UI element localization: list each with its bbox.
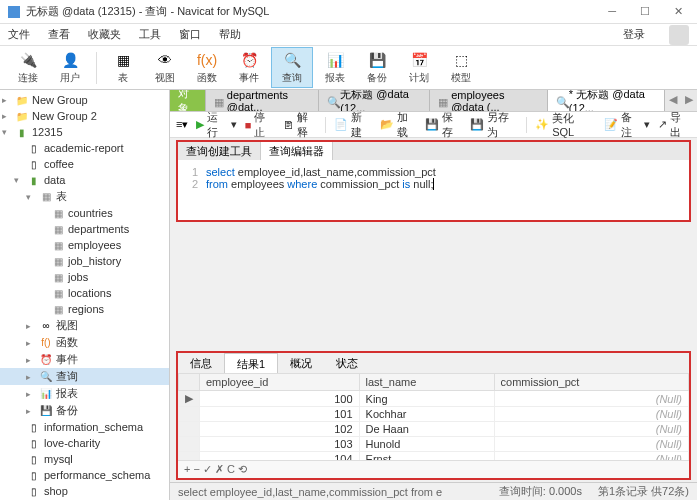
menu-tools[interactable]: 工具 — [139, 27, 161, 42]
tree-newgroup[interactable]: ▸📁New Group — [0, 92, 169, 108]
toolbar-report[interactable]: 📊报表 — [315, 48, 355, 87]
tab-departments[interactable]: ▦departments @dat... — [206, 90, 320, 111]
status-sql: select employee_id,last_name,commission_… — [178, 486, 442, 498]
menu-window[interactable]: 窗口 — [179, 27, 201, 42]
tree-views[interactable]: ▸∞视图 — [0, 317, 169, 334]
menu-view[interactable]: 查看 — [48, 27, 70, 42]
tree-table-jobhistory[interactable]: ▦job_history — [0, 253, 169, 269]
avatar-icon[interactable] — [669, 25, 689, 45]
result-grid[interactable]: employee_id last_name commission_pct ▶10… — [178, 373, 689, 460]
toolbar-user[interactable]: 👤用户 — [50, 48, 90, 87]
dropdown-icon[interactable]: ≡▾ — [176, 118, 188, 131]
tab-nav-right[interactable]: ▶ — [681, 90, 697, 111]
row-header — [179, 374, 200, 391]
toolbar-schedule[interactable]: 📅计划 — [399, 48, 439, 87]
tab-info[interactable]: 信息 — [178, 353, 224, 373]
separator — [526, 117, 527, 133]
menubar: 文件 查看 收藏夹 工具 窗口 帮助 登录 — [0, 24, 697, 46]
query-toolbar: ≡▾ ▶运行▾ ■停止 🖹解释 📄新建 📂加载 💾保存 💾另存为 ✨美化 SQL… — [170, 112, 697, 138]
table-row[interactable]: ▶100King(Null) — [179, 391, 689, 407]
export-button[interactable]: ↗导出 — [658, 110, 691, 140]
tree-db-coffee[interactable]: ▯coffee — [0, 156, 169, 172]
toolbar-query[interactable]: 🔍查询 — [271, 47, 313, 88]
maximize-button[interactable]: ☐ — [634, 3, 656, 20]
new-button[interactable]: 📄新建 — [334, 110, 371, 140]
tree-table-jobs[interactable]: ▦jobs — [0, 269, 169, 285]
explain-button[interactable]: 🖹解释 — [283, 110, 317, 140]
tab-result1[interactable]: 结果1 — [224, 353, 278, 373]
close-button[interactable]: ✕ — [668, 3, 689, 20]
tree-table-locations[interactable]: ▦locations — [0, 285, 169, 301]
toolbar-event[interactable]: ⏰事件 — [229, 48, 269, 87]
menu-file[interactable]: 文件 — [8, 27, 30, 42]
window-title: 无标题 @data (12315) - 查询 - Navicat for MyS… — [26, 4, 602, 19]
tab-query-builder[interactable]: 查询创建工具 — [178, 142, 261, 160]
navigation-tree[interactable]: ▸📁New Group ▸📁New Group 2 ▾▮12315 ▯acade… — [0, 90, 170, 500]
col-commission-pct[interactable]: commission_pct — [494, 374, 688, 391]
tab-objects[interactable]: 对象 — [170, 90, 206, 111]
run-button[interactable]: ▶运行▾ — [196, 110, 236, 140]
load-button[interactable]: 📂加载 — [380, 110, 417, 140]
sql-editor-panel: 查询创建工具 查询编辑器 1select employee_id,last_na… — [176, 140, 691, 222]
toolbar-connect[interactable]: 🔌连接 — [8, 48, 48, 87]
statusbar: select employee_id,last_name,commission_… — [170, 482, 697, 500]
stop-button[interactable]: ■停止 — [245, 110, 275, 140]
tree-table-countries[interactable]: ▦countries — [0, 205, 169, 221]
memo-button[interactable]: 📝备注▾ — [604, 110, 650, 140]
minimize-button[interactable]: ─ — [602, 3, 622, 20]
menu-help[interactable]: 帮助 — [219, 27, 241, 42]
separator — [325, 117, 326, 133]
editor-tabs: 查询创建工具 查询编辑器 — [178, 142, 689, 160]
table-row[interactable]: 103Hunold(Null) — [179, 437, 689, 452]
results-panel: 信息 结果1 概况 状态 employee_id last_name commi… — [176, 351, 691, 480]
tab-untitled1[interactable]: 🔍无标题 @data (12... — [319, 90, 430, 111]
tree-db-lovecharity[interactable]: ▯love-charity — [0, 435, 169, 451]
tab-status[interactable]: 状态 — [324, 353, 370, 373]
tree-table-departments[interactable]: ▦departments — [0, 221, 169, 237]
col-last-name[interactable]: last_name — [359, 374, 494, 391]
toolbar-function[interactable]: f(x)函数 — [187, 48, 227, 87]
menu-favorites[interactable]: 收藏夹 — [88, 27, 121, 42]
tree-connection[interactable]: ▾▮12315 — [0, 124, 169, 140]
tab-untitled2[interactable]: 🔍* 无标题 @data (12... — [548, 90, 665, 111]
tab-employees[interactable]: ▦employees @data (... — [430, 90, 548, 111]
beautify-button[interactable]: ✨美化 SQL — [535, 111, 596, 138]
app-icon — [8, 6, 20, 18]
tree-backups[interactable]: ▸💾备份 — [0, 402, 169, 419]
sql-editor[interactable]: 1select employee_id,last_name,commission… — [178, 160, 689, 220]
tree-db-infoschema[interactable]: ▯information_schema — [0, 419, 169, 435]
table-row[interactable]: 101Kochhar(Null) — [179, 407, 689, 422]
tree-table-employees[interactable]: ▦employees — [0, 237, 169, 253]
table-row[interactable]: 104Ernst(Null) — [179, 452, 689, 461]
tree-newgroup2[interactable]: ▸📁New Group 2 — [0, 108, 169, 124]
tab-nav-left[interactable]: ◀ — [665, 90, 681, 111]
tree-db-perfschema[interactable]: ▯performance_schema — [0, 467, 169, 483]
tree-events[interactable]: ▸⏰事件 — [0, 351, 169, 368]
col-employee-id[interactable]: employee_id — [200, 374, 360, 391]
status-records: 第1条记录 供72条) — [598, 484, 689, 499]
tree-queries[interactable]: ▸🔍查询 — [0, 368, 169, 385]
saveas-button[interactable]: 💾另存为 — [470, 110, 518, 140]
toolbar-model[interactable]: ⬚模型 — [441, 48, 481, 87]
tree-reports[interactable]: ▸📊报表 — [0, 385, 169, 402]
tree-tables[interactable]: ▾▦表 — [0, 188, 169, 205]
tree-db-mysql[interactable]: ▯mysql — [0, 451, 169, 467]
main-area: ▸📁New Group ▸📁New Group 2 ▾▮12315 ▯acade… — [0, 90, 697, 500]
tree-db-data[interactable]: ▾▮data — [0, 172, 169, 188]
save-button[interactable]: 💾保存 — [425, 110, 462, 140]
table-row[interactable]: 102De Haan(Null) — [179, 422, 689, 437]
tree-functions[interactable]: ▸f()函数 — [0, 334, 169, 351]
tab-profile[interactable]: 概况 — [278, 353, 324, 373]
toolbar-table[interactable]: ▦表 — [103, 48, 143, 87]
result-footer: + − ✓ ✗ C ⟲ — [178, 460, 689, 478]
record-nav-buttons[interactable]: + − ✓ ✗ C ⟲ — [184, 463, 247, 476]
tab-query-editor[interactable]: 查询编辑器 — [261, 142, 333, 160]
toolbar-view[interactable]: 👁视图 — [145, 48, 185, 87]
main-toolbar: 🔌连接 👤用户 ▦表 👁视图 f(x)函数 ⏰事件 🔍查询 📊报表 💾备份 📅计… — [0, 46, 697, 90]
tree-table-regions[interactable]: ▦regions — [0, 301, 169, 317]
toolbar-backup[interactable]: 💾备份 — [357, 48, 397, 87]
titlebar: 无标题 @data (12315) - 查询 - Navicat for MyS… — [0, 0, 697, 24]
tree-db-academic[interactable]: ▯academic-report — [0, 140, 169, 156]
login-button[interactable]: 登录 — [623, 27, 645, 42]
tree-db-shop[interactable]: ▯shop — [0, 483, 169, 499]
